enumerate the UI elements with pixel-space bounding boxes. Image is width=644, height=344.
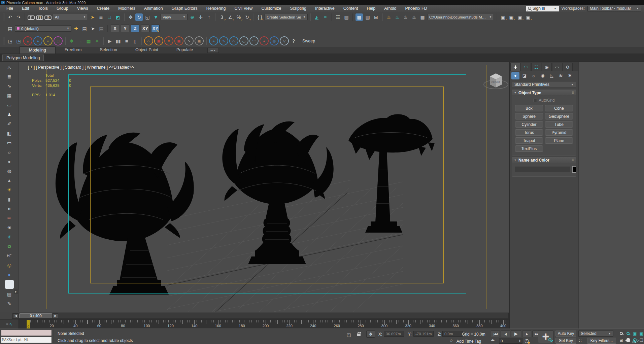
ribbon-config-dropdown[interactable]: ▬ ▼: [207, 48, 219, 53]
object-color-swatch[interactable]: [572, 166, 576, 173]
lights-category[interactable]: ☼: [530, 72, 538, 79]
spray-icon[interactable]: ✳: [5, 233, 13, 241]
render-shortcut-icon-2[interactable]: ▣: [508, 13, 515, 21]
menu-help[interactable]: Help: [363, 5, 380, 11]
prt-export-icon[interactable]: →: [76, 37, 84, 45]
plane-tool-icon[interactable]: ▭: [5, 139, 13, 147]
layer-explorer-icon[interactable]: ▤: [343, 13, 350, 21]
time-slider-handle[interactable]: 0 / 400: [19, 313, 52, 318]
cone-tool-icon[interactable]: ▲: [5, 176, 13, 184]
cup-icon[interactable]: ◡: [239, 36, 248, 45]
display-tab[interactable]: ▭: [552, 63, 562, 71]
kettle-icon[interactable]: ◠: [249, 36, 259, 45]
key-selection-dropdown[interactable]: Selected▼: [578, 331, 613, 337]
cameras-category[interactable]: ◉: [539, 72, 547, 79]
spacewarps-category[interactable]: ≋: [557, 72, 565, 79]
select-and-move-icon[interactable]: ✥: [127, 13, 134, 21]
scene-explorer-icon[interactable]: ☷: [334, 13, 342, 21]
z-coord-field[interactable]: 0.0m: [442, 331, 463, 337]
create-plane[interactable]: Plane: [545, 137, 573, 144]
align-icon[interactable]: ≡: [321, 13, 329, 21]
grid-helper-icon[interactable]: ▦: [85, 37, 92, 45]
toolbar-grip[interactable]: [3, 37, 4, 45]
key-steps-icon[interactable]: ∷: [579, 338, 582, 343]
phoenix-fire-icon[interactable]: ▲: [23, 36, 32, 45]
prt-emitter-icon[interactable]: ❖: [68, 37, 75, 45]
menu-edit[interactable]: Edit: [18, 5, 34, 11]
add-selection-to-layer-icon[interactable]: ▤: [81, 25, 88, 32]
key-filters-button[interactable]: Key Filters...: [587, 338, 616, 344]
absolute-offset-mode-button[interactable]: ✥: [366, 331, 375, 338]
active-layer-dropdown[interactable]: 0 (default)▼: [15, 25, 71, 32]
axis-constraint-xy-button[interactable]: XY: [141, 25, 149, 32]
create-box[interactable]: Box: [515, 105, 543, 111]
maximize-viewport-icon[interactable]: ❐: [638, 337, 644, 343]
window-crossing-icon[interactable]: ◩: [114, 13, 122, 21]
percent-snap-icon[interactable]: %: [235, 13, 242, 21]
ribbon-tab-object-paint[interactable]: Object Paint: [126, 46, 167, 54]
helpers-category[interactable]: ◺: [548, 72, 556, 79]
select-and-manipulate-icon[interactable]: ✛: [197, 13, 204, 21]
cherry-icon[interactable]: ●: [260, 36, 269, 45]
menu-content[interactable]: Content: [339, 5, 363, 11]
menu-customize[interactable]: Customize: [257, 5, 285, 11]
utilities-tab[interactable]: ⚙: [563, 63, 573, 71]
viewport-layout-tab[interactable]: [5, 280, 14, 289]
ribbon-tab-populate[interactable]: Populate: [167, 46, 202, 54]
menu-arnold[interactable]: Arnold: [380, 5, 401, 11]
selection-lock-icon[interactable]: [355, 331, 362, 337]
use-pivot-center-icon[interactable]: ⊕: [189, 13, 196, 21]
axis-constraint-z-button[interactable]: Z: [131, 25, 139, 32]
geometry-category[interactable]: ●: [511, 72, 519, 79]
y-coord-field[interactable]: -70.191m: [413, 331, 434, 337]
shapes-category[interactable]: ◪: [520, 72, 529, 79]
project-folder-dropdown[interactable]: C:\Users\hp\Documents\3ds Max 2020▼: [427, 14, 494, 20]
maxscript-macro-field[interactable]: [1, 330, 52, 336]
motion-tab[interactable]: ◉: [542, 63, 552, 71]
menu-views[interactable]: Views: [73, 5, 93, 11]
teapot-icon[interactable]: ♨: [5, 63, 13, 71]
hierarchy-tab[interactable]: ☷: [531, 63, 541, 71]
select-link-icon[interactable]: [28, 15, 35, 19]
maxscript-listener-field[interactable]: MAXScript Mi: [1, 337, 52, 343]
create-teapot[interactable]: Teapot: [515, 137, 543, 144]
wave-icon[interactable]: ∿: [219, 36, 228, 45]
hf-icon[interactable]: HF: [5, 252, 13, 260]
axis-constraint-xy-flyout-button[interactable]: XY: [151, 25, 160, 32]
viewport-label-menu[interactable]: [ + ] [ Perspective ] [ Standard ] [ Wir…: [28, 65, 134, 70]
spinner-arrows-icon[interactable]: ▲▼: [519, 339, 521, 343]
curve-editor-icon[interactable]: ▧: [364, 13, 371, 21]
schematic-view-icon[interactable]: ⊞: [372, 13, 380, 21]
listener-splitter[interactable]: [53, 330, 54, 343]
select-by-name-icon[interactable]: ≣: [97, 13, 105, 21]
axis-constraint-x-button[interactable]: X: [111, 25, 119, 32]
lamp-icon[interactable]: ☼: [5, 148, 13, 156]
notes-icon[interactable]: ≣: [5, 73, 13, 81]
help-button[interactable]: ?: [290, 37, 297, 45]
play-animation-button[interactable]: ▶: [511, 330, 521, 337]
render-presets-icon[interactable]: ▦: [419, 13, 426, 21]
undo-button[interactable]: ↶: [6, 13, 14, 21]
menu-interactive[interactable]: Interactive: [311, 5, 339, 11]
axis-constraint-y-button[interactable]: Y: [121, 25, 129, 32]
glass-icon[interactable]: ▽: [280, 36, 289, 45]
pan-view-icon[interactable]: [625, 337, 631, 343]
cylinder-tool-icon[interactable]: ▮: [5, 195, 13, 203]
workspace-dropdown[interactable]: Main Toolbar - modular▼: [587, 6, 641, 11]
menu-group[interactable]: Group: [52, 5, 73, 11]
notes2-icon[interactable]: ▤: [5, 290, 13, 298]
menu-tools[interactable]: Tools: [34, 5, 52, 11]
create-textplus[interactable]: TextPlus: [515, 145, 543, 152]
prev-frame-arrow[interactable]: ◀: [13, 313, 19, 318]
image-icon[interactable]: ▦: [5, 92, 13, 100]
mini-curve-editor-button[interactable]: ≣∿: [0, 319, 19, 329]
toolbar-grip[interactable]: [3, 13, 4, 21]
sim-delete-button[interactable]: ▯: [131, 37, 139, 45]
render-shortcut-icon-1[interactable]: ▣: [499, 13, 507, 21]
render-shortcut-icon-3[interactable]: ▣: [516, 13, 523, 21]
burn-box-icon[interactable]: ▣: [174, 36, 183, 45]
reference-coordinate-dropdown[interactable]: View▼: [161, 14, 188, 20]
spinner-snap-icon[interactable]: ↻: [243, 13, 251, 21]
particles-icon[interactable]: ⠿: [5, 205, 13, 213]
bind-to-spacewarp-icon[interactable]: [44, 15, 52, 19]
